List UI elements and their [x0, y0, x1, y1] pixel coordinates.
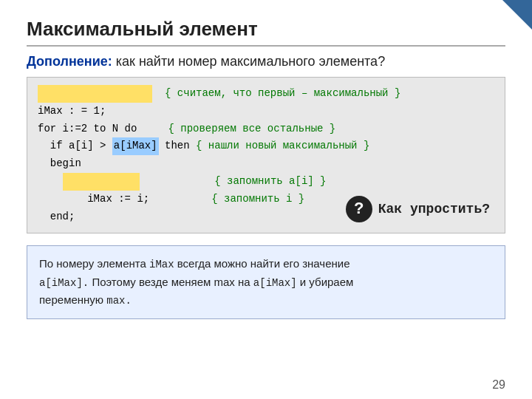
slide: Максимальный элемент Дополнение: как най…	[0, 0, 532, 399]
code-comment-4: { нашли новый максимальный }	[196, 137, 369, 155]
question-bubble: ? Как упростить?	[346, 196, 490, 222]
info-aimax-2: a[iMax]	[253, 277, 297, 289]
code-text-8: end;	[38, 208, 75, 226]
subtitle-rest: как найти номер максимального элемента?	[112, 54, 385, 69]
info-aimax-1: a[iMax].	[39, 277, 89, 289]
code-highlight-line1	[38, 85, 152, 103]
code-text-5: begin	[38, 155, 81, 173]
code-text-4a: if a[i] >	[38, 137, 112, 155]
code-line-2: iMax : = 1;	[38, 103, 494, 120]
info-box: По номеру элемента iMax всегда можно най…	[27, 245, 505, 318]
code-highlight-line6	[63, 173, 140, 191]
code-comment-3: { проверяем все остальные }	[168, 120, 335, 138]
slide-title: Максимальный элемент	[27, 18, 505, 47]
code-text-7: iMax := i;	[63, 191, 150, 208]
subtitle-bold: Дополнение:	[27, 54, 112, 69]
code-line-1: { считаем, что первый – максимальный }	[38, 85, 494, 103]
page-number: 29	[492, 378, 505, 392]
info-imax-1: iMax	[149, 259, 174, 270]
code-text-2: iMax : = 1;	[38, 103, 106, 120]
corner-accent	[502, 0, 532, 30]
info-line2-post2: и убираем	[297, 276, 354, 288]
info-line3-pre: переменную	[39, 293, 106, 306]
code-text-3: for i:=2 to N do	[38, 120, 137, 138]
code-line-3: for i:=2 to N do { проверяем все остальн…	[38, 120, 494, 138]
code-highlight-imax: a[iMax]	[112, 137, 159, 155]
info-line1-post: всегда можно найти его значение	[174, 257, 350, 270]
question-icon: ?	[346, 196, 372, 222]
info-line2-post: Поэтому везде меняем max на	[89, 276, 253, 288]
slide-subtitle: Дополнение: как найти номер максимальног…	[27, 54, 505, 69]
code-comment-1: { считаем, что первый – максимальный }	[165, 85, 400, 103]
code-line-5: begin	[38, 155, 494, 173]
code-comment-6: { запомнить a[i] }	[214, 173, 326, 191]
code-line-4: if a[i] > a[iMax] then { нашли новый мак…	[38, 137, 494, 155]
question-label: Как упростить?	[378, 198, 490, 221]
code-text-4b: then	[159, 137, 196, 155]
info-line1-pre: По номеру элемента	[39, 257, 149, 270]
code-line-6: { запомнить a[i] }	[38, 173, 494, 191]
code-block: { считаем, что первый – максимальный } i…	[27, 77, 505, 233]
info-max-code: max.	[106, 295, 132, 307]
code-comment-7: { запомнить i }	[211, 191, 304, 208]
